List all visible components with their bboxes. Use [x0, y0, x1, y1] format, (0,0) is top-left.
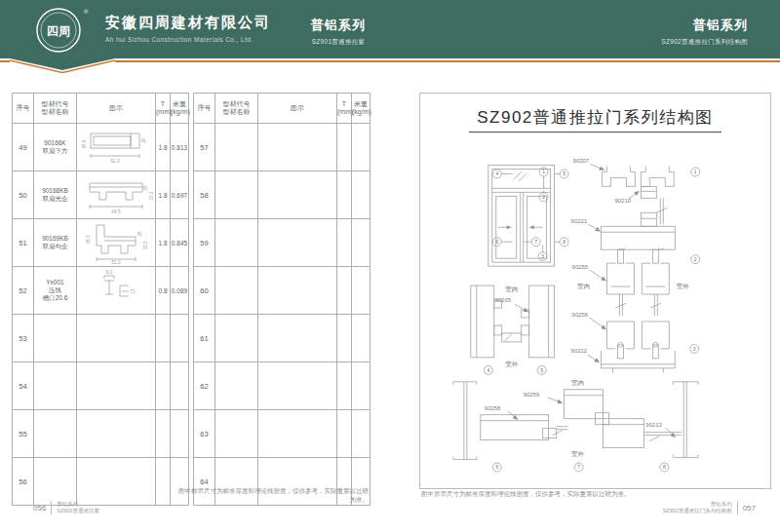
- table-row: 56: [13, 458, 189, 506]
- callout-6: 6: [495, 464, 498, 470]
- table-row: 51 90169KB 双扇勾企 51.2 38.3 28 33.2 1.8 0.…: [13, 219, 189, 267]
- company-logo: 四周 ®: [25, 4, 96, 57]
- company-name-block: 安徽四周建材有限公司 Ah hui Sizhou Construction Ma…: [105, 14, 271, 43]
- row-code: 90166K 双扇下方: [34, 124, 77, 171]
- profile-drawing-90166K: 61.3 28.6 20: [78, 125, 155, 170]
- header-accent-line: [115, 60, 780, 62]
- callout-4: 4: [495, 171, 498, 176]
- series-subtitle: SZ902普通推拉门系列结构图: [661, 38, 748, 47]
- header-center-series: 普铝系列 SZ901普通推拉窗: [280, 17, 397, 47]
- col-header-weight: 米重 (kg/m): [352, 94, 370, 124]
- profile-label-90221: 90221: [571, 218, 588, 224]
- profile-drawing-Yx001: 9.1 13: [78, 268, 155, 313]
- company-name-en: Ah hui Sizhou Construction Materials Co.…: [105, 36, 271, 43]
- profile-label-90212: 90212: [571, 348, 588, 354]
- col-header-t: T (mm): [337, 94, 352, 124]
- table-row: 62: [194, 362, 370, 410]
- profile-label-90213: 90213: [645, 422, 662, 428]
- door-elevation: 1 2 3 4 5 6 7 8: [488, 165, 568, 266]
- svg-text:13: 13: [131, 288, 136, 294]
- series-subtitle: SZ901普通推拉窗: [280, 38, 397, 47]
- footer-series-text: 普铝系列 SZ901普通推拉窗: [57, 501, 99, 514]
- row-thickness: 1.8: [156, 124, 171, 171]
- header-right-series: 普铝系列 SZ902普通推拉门系列结构图: [661, 17, 748, 47]
- row-seq: 53: [13, 315, 34, 362]
- row-weight: 0.697: [171, 171, 189, 219]
- room-label-outdoor: 室外: [571, 450, 584, 457]
- profile-tables: 序号 型材代号 型材名称 图示 T (mm) 米重 (kg/m) 49 9016…: [12, 93, 370, 506]
- svg-text:20: 20: [141, 137, 146, 143]
- room-label-indoor: 室内: [571, 379, 584, 386]
- col-header-seq: 序号: [194, 94, 215, 124]
- profile-label-90256: 90256: [572, 312, 589, 318]
- table-row: 54: [13, 362, 189, 410]
- logo-text: 四周: [47, 24, 70, 38]
- row-seq: 61: [194, 315, 215, 362]
- callout-8: 8: [663, 464, 666, 470]
- table-row: 55: [13, 410, 189, 458]
- col-header-t: T (mm): [156, 94, 171, 124]
- callout-5: 5: [563, 171, 566, 176]
- col-header-fig: 图示: [258, 94, 337, 124]
- row-seq: 58: [194, 171, 215, 219]
- table-header-row: 序号 型材代号 型材名称 图示 T (mm) 米重 (kg/m): [194, 94, 370, 124]
- header-accent-line: [0, 60, 10, 62]
- footer-left: 056 普铝系列 SZ901普通推拉窗: [33, 501, 99, 514]
- page-number: 056: [33, 504, 46, 513]
- table-row: 58: [194, 171, 370, 219]
- footer-right: 普铝系列 SZ902普通推拉门系列结构图 057: [662, 501, 756, 514]
- row-thickness: 1.8: [156, 219, 171, 267]
- row-code: Yx001 压线 槽口20.6: [34, 267, 77, 315]
- row-seq: 49: [13, 124, 34, 171]
- col-header-seq: 序号: [13, 94, 34, 124]
- row-thickness: 0.8: [156, 267, 171, 315]
- structure-diagram: 1 2 3 4 5 6 7 8: [420, 144, 770, 485]
- svg-text:61.3: 61.3: [110, 159, 119, 164]
- diagram-title: SZ902普通推拉门系列结构图: [420, 106, 770, 129]
- footer-divider: [737, 502, 738, 514]
- room-label-indoor: 室内: [577, 283, 590, 289]
- col-header-weight: 米重 (kg/m): [171, 94, 189, 124]
- svg-text:38.3: 38.3: [86, 235, 91, 244]
- table-row: 60: [194, 267, 370, 315]
- vertical-section-details: 90207 90210 90221 90255 90256 90212 室内 室…: [571, 158, 700, 372]
- svg-text:51.2: 51.2: [111, 260, 120, 265]
- footer-divider: [51, 502, 52, 514]
- callout-3: 3: [693, 346, 696, 352]
- svg-text:64.5: 64.5: [111, 209, 120, 214]
- table-row: 61: [194, 315, 370, 362]
- svg-text:28: 28: [137, 231, 142, 237]
- row-seq: 62: [194, 362, 215, 410]
- table-row: 59: [194, 219, 370, 267]
- callout-2: 2: [694, 256, 697, 262]
- profile-label-90255: 90255: [572, 264, 589, 270]
- structure-diagram-panel: SZ902普通推拉门系列结构图 1 2 3 4 5 6: [419, 93, 771, 489]
- page-number: 057: [743, 504, 756, 513]
- callout-1: 1: [694, 169, 697, 174]
- row-seq: 59: [194, 219, 215, 267]
- header-chevron: [10, 58, 115, 78]
- callout-5: 5: [540, 367, 543, 373]
- row-figure: 51.2 38.3 28 33.2: [77, 219, 156, 267]
- row-seq: 55: [13, 410, 34, 458]
- svg-text:28.6: 28.6: [82, 139, 87, 148]
- table-header-row: 序号 型材代号 型材名称 图示 T (mm) 米重 (kg/m): [13, 94, 189, 124]
- profile-table-1: 序号 型材代号 型材名称 图示 T (mm) 米重 (kg/m) 49 9016…: [12, 93, 189, 506]
- registered-mark: ®: [84, 9, 89, 15]
- profile-label-90259: 90259: [524, 392, 540, 398]
- right-page-note: 图中所示尺寸为标准厚度和理论线密度，仅供参考，实际重量以过磅为准。: [421, 490, 631, 499]
- callout-7: 7: [534, 239, 537, 245]
- profile-label-90258: 90258: [485, 405, 501, 411]
- row-figure: 61.3 28.6 20: [77, 124, 156, 171]
- row-seq: 56: [13, 458, 34, 506]
- profile-drawing-90169KB: 51.2 38.3 28 33.2: [78, 220, 155, 265]
- row-seq: 60: [194, 267, 215, 315]
- row-seq: 63: [194, 410, 215, 458]
- series-title: 普铝系列: [280, 17, 397, 34]
- row-code: 90169KB 双扇勾企: [34, 219, 77, 267]
- callout-7: 7: [577, 464, 580, 470]
- row-figure: 9.1 13: [77, 267, 156, 315]
- table-row: 53: [13, 315, 189, 362]
- svg-text:33.2: 33.2: [149, 191, 154, 200]
- svg-text:9.1: 9.1: [105, 270, 112, 275]
